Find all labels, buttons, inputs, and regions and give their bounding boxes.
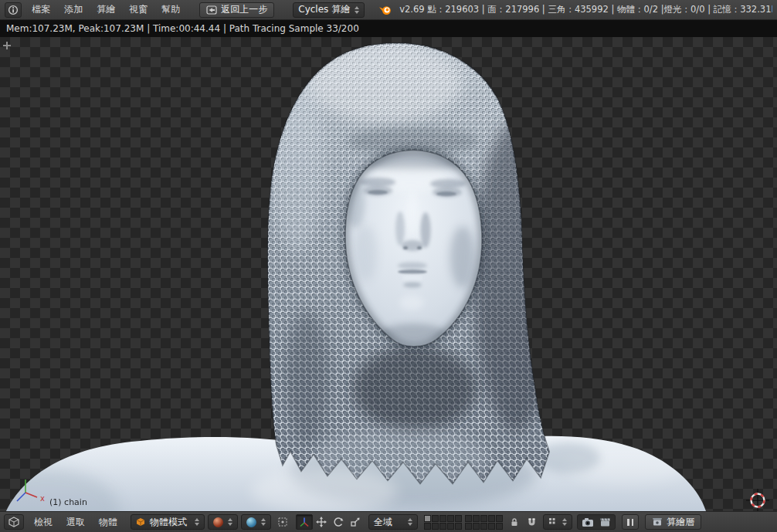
opengl-render-still-button[interactable] [579, 514, 596, 530]
axis-x-label: x [40, 494, 45, 503]
layer-toggle[interactable] [439, 523, 446, 530]
region-add-icon[interactable] [3, 42, 11, 49]
dropdown-arrows-icon [228, 518, 232, 526]
opengl-render-group [577, 514, 616, 530]
camera-render-icon [582, 517, 594, 527]
manipulator-toggle[interactable] [296, 514, 313, 530]
layer-toggle[interactable] [439, 515, 446, 522]
pivot-point-select[interactable] [241, 514, 271, 530]
layer-toggle[interactable] [424, 523, 431, 530]
view3d-editor-icon [8, 517, 19, 527]
back-one-step-button[interactable]: 返回上一步 [199, 2, 274, 18]
render-status-text: Mem:107.23M, Peak:107.23M | Time:00:44.4… [6, 23, 359, 34]
menu-add[interactable]: 添加 [57, 3, 90, 16]
layers-widget [424, 515, 503, 530]
render-pause-button[interactable] [622, 514, 639, 530]
layer-toggle[interactable] [496, 523, 503, 530]
info-editor-header: 檔案 添加 算繪 視窗 幫助 返回上一步 Cycles 算繪 v2.69 點：2… [0, 0, 777, 20]
menu-help[interactable]: 幫助 [154, 3, 187, 16]
info-editor-icon [8, 5, 19, 15]
layer-group-left [424, 515, 462, 530]
mode-select[interactable]: 物體模式 [131, 514, 205, 530]
dropdown-arrows-icon [261, 518, 266, 526]
scale-icon [350, 517, 361, 527]
back-arrow-icon [206, 5, 217, 15]
snap-toggle[interactable] [523, 514, 540, 530]
viewport-shading-select[interactable] [208, 514, 238, 530]
menu-object[interactable]: 物體 [92, 516, 124, 529]
layer-toggle[interactable] [455, 515, 462, 522]
menu-view[interactable]: 檢視 [27, 516, 59, 529]
pause-icon [627, 519, 633, 526]
menu-file[interactable]: 檔案 [25, 3, 57, 16]
scene-lock-toggle[interactable] [506, 514, 523, 530]
orientation-value: 全域 [374, 516, 392, 529]
layer-toggle[interactable] [488, 523, 495, 530]
layer-toggle[interactable] [432, 523, 439, 530]
layer-toggle[interactable] [465, 515, 472, 522]
render-engine-select[interactable]: Cycles 算繪 [293, 2, 365, 18]
back-button-label: 返回上一步 [221, 3, 267, 16]
transform-orientation-select[interactable]: 全域 [368, 514, 418, 530]
rotate-manipulator-button[interactable] [330, 514, 347, 530]
manipulate-center-points-toggle[interactable] [274, 514, 291, 530]
pivot-point-icon [246, 517, 256, 527]
layer-toggle[interactable] [480, 523, 487, 530]
menu-select[interactable]: 選取 [59, 516, 92, 529]
mode-value: 物體模式 [150, 516, 187, 529]
layer-toggle[interactable] [465, 523, 472, 530]
dropdown-arrows-icon [562, 518, 567, 526]
snap-increment-icon [548, 517, 558, 527]
rendered-preview: x (1) chain [0, 37, 777, 511]
layer-toggle[interactable] [473, 515, 480, 522]
dropdown-arrows-icon [195, 518, 199, 526]
layer-toggle[interactable] [455, 523, 462, 530]
layer-toggle[interactable] [473, 523, 480, 530]
layer-toggle[interactable] [480, 515, 487, 522]
editor-type-button-3dview[interactable] [4, 514, 24, 530]
layer-toggle[interactable] [424, 515, 431, 522]
render-layers-label: 算繪層 [667, 516, 694, 529]
render-status-bar: Mem:107.23M, Peak:107.23M | Time:00:44.4… [0, 20, 777, 37]
opengl-render-anim-button[interactable] [596, 514, 613, 530]
translate-icon [316, 517, 327, 527]
lock-icon [509, 517, 520, 527]
view3d-header: 檢視 選取 物體 物體模式 [0, 511, 777, 532]
manipulator-axis-icon [299, 517, 310, 527]
object-mode-cube-icon [136, 517, 145, 527]
layer-toggle[interactable] [488, 515, 495, 522]
render-layers-icon [652, 517, 663, 527]
layer-toggle[interactable] [447, 515, 454, 522]
scene-statistics: v2.69 點：219603 | 面：217996 | 三角：435992 | … [399, 4, 772, 15]
snap-element-select[interactable] [543, 514, 572, 530]
menu-window[interactable]: 視窗 [122, 3, 154, 16]
magnet-icon [527, 517, 537, 527]
dropdown-arrows-icon [408, 518, 412, 526]
layer-toggle[interactable] [496, 515, 503, 522]
render-shading-sphere-icon [213, 517, 223, 527]
editor-type-button[interactable] [5, 2, 22, 18]
blender-logo [378, 4, 392, 15]
render-engine-value: Cycles 算繪 [298, 3, 350, 16]
blender-window: 檔案 添加 算繪 視窗 幫助 返回上一步 Cycles 算繪 v2.69 點：2… [0, 0, 777, 532]
layer-toggle[interactable] [447, 523, 454, 530]
layer-toggle[interactable] [432, 515, 439, 522]
dropdown-arrows-icon [355, 6, 359, 14]
viewport-3d[interactable]: x (1) chain [0, 37, 777, 511]
cursor-3d-icon [746, 489, 769, 511]
object-info-label: (1) chain [49, 497, 87, 507]
layer-group-right [465, 515, 503, 530]
scale-manipulator-button[interactable] [347, 514, 364, 530]
translate-manipulator-button[interactable] [313, 514, 330, 530]
menu-render[interactable]: 算繪 [90, 3, 122, 16]
render-layers-button[interactable]: 算繪層 [645, 514, 701, 530]
clapper-render-icon [599, 517, 611, 527]
center-points-icon [278, 517, 287, 527]
rotate-icon [333, 517, 344, 527]
